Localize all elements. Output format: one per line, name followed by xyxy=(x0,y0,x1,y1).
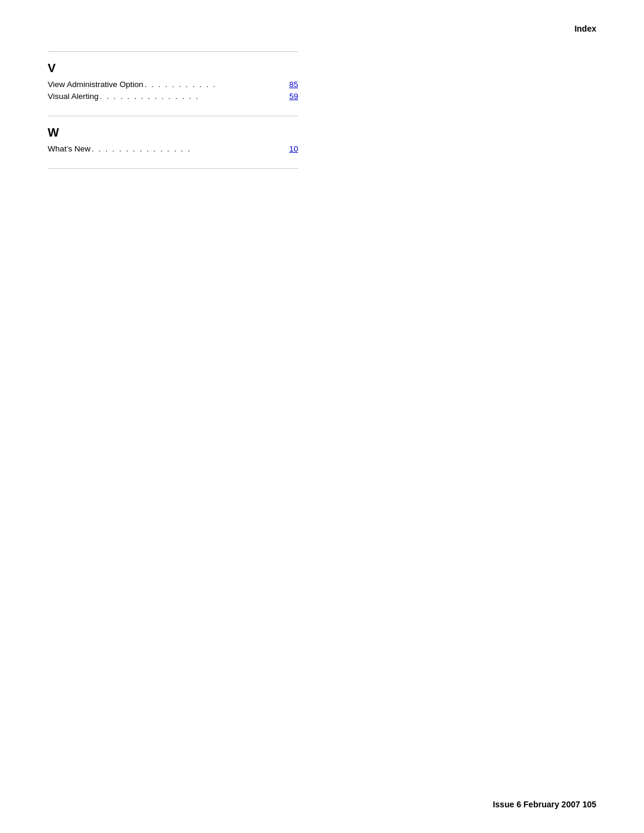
section-letter-v: V xyxy=(48,61,298,75)
index-entry: View Administrative Option . . . . . . .… xyxy=(48,80,298,89)
entry-dots: . . . . . . . . . . . xyxy=(144,80,288,89)
index-section-v: VView Administrative Option . . . . . . … xyxy=(48,61,298,101)
entry-page-link[interactable]: 85 xyxy=(289,80,298,89)
entry-text: View Administrative Option xyxy=(48,80,143,89)
entry-dots: . . . . . . . . . . . . . . . xyxy=(100,92,288,101)
entry-text: What’s New xyxy=(48,144,91,153)
section-letter-w: W xyxy=(48,126,298,140)
entry-dots: . . . . . . . . . . . . . . . xyxy=(92,144,288,154)
page-footer: Issue 6 February 2007 105 xyxy=(493,800,596,809)
entry-page-link[interactable]: 59 xyxy=(289,92,298,101)
footer-text: Issue 6 February 2007 105 xyxy=(493,800,596,809)
entry-page-link[interactable]: 10 xyxy=(289,144,298,153)
page-container: Index VView Administrative Option . . . … xyxy=(0,0,644,833)
top-divider xyxy=(48,51,298,52)
entry-text: Visual Alerting xyxy=(48,92,98,101)
index-sections: VView Administrative Option . . . . . . … xyxy=(48,61,596,169)
section-divider xyxy=(48,116,298,116)
index-entry: Visual Alerting . . . . . . . . . . . . … xyxy=(48,92,298,101)
page-header: Index xyxy=(48,24,596,33)
section-divider xyxy=(48,168,298,169)
index-entry: What’s New . . . . . . . . . . . . . . .… xyxy=(48,144,298,154)
page-title: Index xyxy=(574,24,596,33)
index-section-w: WWhat’s New . . . . . . . . . . . . . . … xyxy=(48,126,298,154)
